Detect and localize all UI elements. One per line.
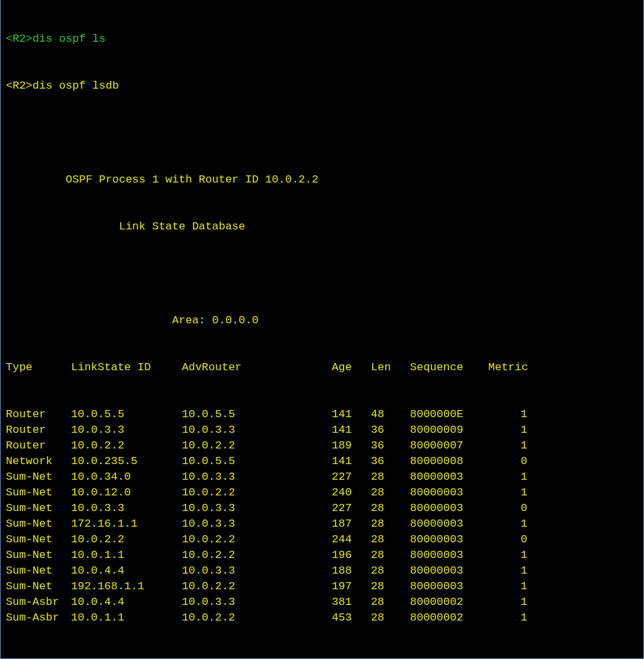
cell-metric: 1	[488, 407, 527, 422]
cell-lsid: 192.168.1.1	[71, 579, 182, 594]
cell-age: 141	[332, 454, 371, 469]
cell-len: 28	[371, 563, 410, 579]
cell-lsid: 172.16.1.1	[71, 516, 182, 532]
cell-type: Sum-Net	[6, 501, 71, 516]
cell-adv: 10.0.2.2	[182, 532, 332, 548]
col-lsid-header: LinkState ID	[71, 360, 182, 375]
cell-type: Router	[6, 407, 71, 422]
col-age-header: Age	[332, 360, 371, 375]
cell-adv: 10.0.3.3	[182, 422, 332, 438]
cell-seq: 80000003	[410, 469, 488, 485]
table-row: Sum-Asbr10.0.4.410.0.3.338128800000021	[6, 594, 643, 610]
cell-age: 227	[332, 469, 371, 485]
ospf-process-header: OSPF Process 1 with Router ID 10.0.2.2	[6, 172, 643, 188]
prompt-line-prev: <R2>dis ospf ls	[6, 31, 643, 47]
blank-line	[6, 266, 643, 282]
cell-age: 189	[332, 438, 371, 454]
cell-lsid: 10.0.2.2	[71, 532, 182, 548]
cell-lsid: 10.0.1.1	[71, 548, 182, 563]
terminal-output[interactable]: <R2>dis ospf ls <R2>dis ospf lsdb OSPF P…	[1, 0, 643, 658]
cell-len: 28	[371, 516, 410, 532]
cell-len: 36	[371, 438, 410, 454]
cell-len: 48	[371, 407, 410, 422]
cell-metric: 1	[488, 485, 527, 501]
lsdb-header: Link State Database	[6, 219, 643, 235]
table-row: Network10.0.235.510.0.5.514136800000080	[6, 454, 643, 469]
cell-type: Sum-Net	[6, 579, 71, 594]
cell-len: 36	[371, 422, 410, 438]
cell-age: 197	[332, 579, 371, 594]
cell-lsid: 10.0.34.0	[71, 469, 182, 485]
area0-label: Area: 0.0.0.0	[6, 313, 643, 329]
cell-age: 187	[332, 516, 371, 532]
cell-len: 28	[371, 594, 410, 610]
table-row: Sum-Net10.0.3.310.0.3.322728800000030	[6, 501, 643, 516]
blank-line	[6, 657, 643, 658]
cell-age: 141	[332, 422, 371, 438]
cell-seq: 80000002	[410, 610, 488, 626]
cell-seq: 80000003	[410, 548, 488, 563]
cell-lsid: 10.0.5.5	[71, 407, 182, 422]
cell-len: 28	[371, 485, 410, 501]
cell-type: Sum-Net	[6, 548, 71, 563]
cell-metric: 1	[488, 594, 527, 610]
cell-age: 188	[332, 563, 371, 579]
cell-len: 36	[371, 454, 410, 469]
table-row: Router10.0.2.210.0.2.218936800000071	[6, 438, 643, 454]
table-row: Sum-Net10.0.1.110.0.2.219628800000031	[6, 548, 643, 563]
cell-adv: 10.0.5.5	[182, 407, 332, 422]
cell-seq: 80000003	[410, 532, 488, 548]
cell-lsid: 10.0.2.2	[71, 438, 182, 454]
cell-lsid: 10.0.1.1	[71, 610, 182, 626]
cell-metric: 1	[488, 579, 527, 594]
cell-len: 28	[371, 579, 410, 594]
cell-lsid: 10.0.3.3	[71, 501, 182, 516]
cell-metric: 1	[488, 610, 527, 626]
cell-type: Sum-Asbr	[6, 594, 71, 610]
blank-line	[6, 125, 643, 141]
cell-type: Sum-Net	[6, 563, 71, 579]
cell-metric: 0	[488, 532, 527, 548]
cell-seq: 80000009	[410, 422, 488, 438]
cell-metric: 1	[488, 422, 527, 438]
cell-age: 244	[332, 532, 371, 548]
cell-type: Sum-Asbr	[6, 610, 71, 626]
cell-type: Router	[6, 422, 71, 438]
cell-lsid: 10.0.4.4	[71, 563, 182, 579]
col-metric-header: Metric	[488, 360, 527, 375]
col-adv-header: AdvRouter	[182, 360, 332, 375]
table-row: Sum-Net10.0.2.210.0.2.224428800000030	[6, 532, 643, 548]
table-row: Router10.0.5.510.0.5.5141488000000E1	[6, 407, 643, 422]
cell-seq: 80000003	[410, 516, 488, 532]
cell-adv: 10.0.2.2	[182, 485, 332, 501]
cell-metric: 0	[488, 454, 527, 469]
table-header-row: TypeLinkState IDAdvRouterAgeLenSequenceM…	[6, 360, 643, 375]
cell-seq: 80000003	[410, 501, 488, 516]
cell-seq: 80000003	[410, 579, 488, 594]
cell-age: 381	[332, 594, 371, 610]
cell-metric: 1	[488, 548, 527, 563]
cell-adv: 10.0.2.2	[182, 438, 332, 454]
cell-type: Router	[6, 438, 71, 454]
cell-metric: 1	[488, 563, 527, 579]
cell-adv: 10.0.3.3	[182, 501, 332, 516]
cell-metric: 1	[488, 469, 527, 485]
cell-adv: 10.0.2.2	[182, 610, 332, 626]
cell-adv: 10.0.3.3	[182, 563, 332, 579]
cell-lsid: 10.0.4.4	[71, 594, 182, 610]
area0-rows: Router10.0.5.510.0.5.5141488000000E1Rout…	[6, 407, 643, 626]
cell-seq: 80000007	[410, 438, 488, 454]
cell-seq: 8000000E	[410, 407, 488, 422]
cell-adv: 10.0.3.3	[182, 594, 332, 610]
cell-len: 28	[371, 610, 410, 626]
cell-seq: 80000008	[410, 454, 488, 469]
cell-adv: 10.0.2.2	[182, 548, 332, 563]
cell-adv: 10.0.3.3	[182, 469, 332, 485]
cell-len: 28	[371, 501, 410, 516]
cell-age: 227	[332, 501, 371, 516]
table-row: Sum-Net10.0.12.010.0.2.224028800000031	[6, 485, 643, 501]
cell-adv: 10.0.2.2	[182, 579, 332, 594]
col-seq-header: Sequence	[410, 360, 488, 375]
cell-age: 141	[332, 407, 371, 422]
cell-len: 28	[371, 548, 410, 563]
